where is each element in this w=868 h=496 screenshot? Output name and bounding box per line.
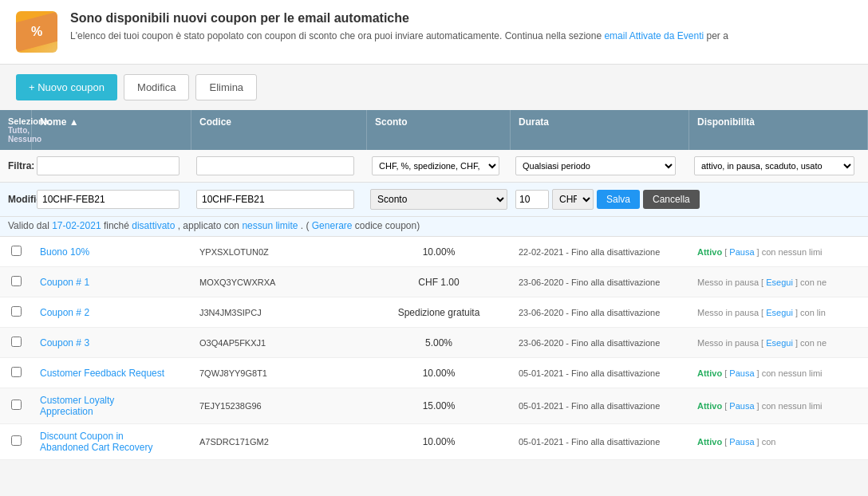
row-checkbox[interactable]: [11, 367, 22, 377]
edit-name-input[interactable]: [37, 190, 180, 209]
valid-link1[interactable]: disattivato: [132, 220, 175, 231]
row-disponibilita: Attivo [ Pausa ] con nessun limi: [689, 362, 868, 384]
row-checkbox[interactable]: [11, 400, 22, 410]
banner-link[interactable]: email Attivate da Eventi: [604, 30, 704, 41]
row-name: Discount Coupon inAbandoned Cart Recover…: [32, 424, 191, 459]
coupon-table: Seleziona: Tutto, Nessuno Nome ▲ Codice …: [0, 110, 868, 460]
row-code: J3N4JM3SIPCJ: [191, 301, 367, 324]
modifica-button[interactable]: Modifica: [124, 74, 189, 100]
row-name-link[interactable]: Coupon # 3: [40, 337, 89, 348]
edit-sconto-controls: Sconto: [367, 189, 511, 210]
row-disponibilita: Attivo [ Pausa ] con nessun limi: [689, 395, 868, 417]
table-header: Seleziona: Tutto, Nessuno Nome ▲ Codice …: [0, 110, 868, 150]
pausa-link[interactable]: Pausa: [729, 437, 754, 447]
valid-date-link[interactable]: 17-02-2021: [52, 220, 101, 231]
row-checkbox-cell: [0, 429, 32, 455]
table-row: Coupon # 3 O3Q4AP5FKXJ1 5.00% 23-06-2020…: [0, 328, 868, 358]
toolbar: + Nuovo coupon Modifica Elimina: [0, 65, 868, 110]
row-sconto: CHF 1.00: [367, 270, 511, 294]
row-disponibilita: Messo in pausa [ Esegui ] con lin: [689, 301, 868, 324]
row-name-link[interactable]: Customer LoyaltyAppreciation: [40, 395, 183, 417]
row-name-link[interactable]: Coupon # 2: [40, 307, 89, 318]
filter-disponibilita-select[interactable]: attivo, in pausa, scaduto, usato: [694, 156, 854, 175]
edit-label: Modifica:: [0, 191, 32, 208]
edit-cancel-button[interactable]: Cancella: [643, 190, 700, 209]
coupon-icon: %: [16, 11, 57, 53]
valid-link3[interactable]: Generare: [312, 220, 353, 231]
filter-name-input[interactable]: [37, 156, 180, 175]
row-sconto: 10.00%: [367, 240, 511, 264]
filter-label: Filtra:: [0, 157, 32, 175]
row-code: 7QWJ8YY9G8T1: [191, 362, 367, 384]
filter-durata-select[interactable]: Qualsiasi periodo: [515, 156, 676, 175]
edit-row: Modifica: Sconto CHF Salva Cancella: [0, 183, 868, 217]
edit-amount-input[interactable]: [515, 190, 549, 209]
pausa-link[interactable]: Pausa: [729, 401, 754, 411]
row-sconto: Spedizione gratuita: [367, 301, 511, 325]
filter-code-input[interactable]: [196, 156, 354, 175]
row-checkbox-cell: [0, 330, 32, 356]
row-checkbox-cell: [0, 393, 32, 419]
col-header-durata: Durata: [511, 110, 689, 150]
select-all-header: Seleziona: Tutto, Nessuno: [0, 110, 32, 150]
row-durata: 23-06-2020 - Fino alla disattivazione: [511, 271, 689, 293]
esegui-link[interactable]: Esegui: [766, 308, 793, 317]
valid-info-row: Valido dal 17-02-2021 finché disattivato…: [0, 217, 868, 237]
row-name: Customer LoyaltyAppreciation: [32, 388, 191, 423]
valid-link2[interactable]: nessun limite: [242, 220, 298, 231]
table-row: Coupon # 2 J3N4JM3SIPCJ Spedizione gratu…: [0, 297, 868, 328]
row-durata: 22-02-2021 - Fino alla disattivazione: [511, 241, 689, 263]
filter-sconto-select[interactable]: CHF, %, spedizione, CHF,: [372, 156, 499, 175]
row-disponibilita: Attivo [ Pausa ] con nessun limi: [689, 241, 868, 263]
col-header-disponibilita: Disponibilità: [689, 110, 868, 150]
banner-description: L'elenco dei tuoi coupon è stato popolat…: [70, 29, 728, 43]
row-name-link[interactable]: Coupon # 1: [40, 277, 89, 288]
row-durata: 05-01-2021 - Fino alla disattivazione: [511, 431, 689, 453]
col-header-codice: Codice: [191, 110, 367, 150]
table-row: Customer Feedback Request 7QWJ8YY9G8T1 1…: [0, 358, 868, 388]
table-row: Customer LoyaltyAppreciation 7EJY15238G9…: [0, 388, 868, 424]
valid-text: Valido dal: [8, 220, 49, 231]
pausa-link[interactable]: Pausa: [729, 247, 754, 257]
row-name: Coupon # 3: [32, 331, 191, 355]
row-name: Coupon # 2: [32, 301, 191, 325]
elimina-button[interactable]: Elimina: [195, 74, 257, 100]
row-name-link[interactable]: Buono 10%: [40, 246, 89, 258]
col-header-nome: Nome ▲: [32, 110, 191, 150]
row-checkbox[interactable]: [11, 435, 22, 446]
edit-sconto-select[interactable]: Sconto: [370, 189, 507, 210]
table-row: Discount Coupon inAbandoned Cart Recover…: [0, 424, 868, 460]
row-code: O3Q4AP5FKXJ1: [191, 332, 367, 354]
col-header-sconto: Sconto: [367, 110, 511, 150]
row-durata: 23-06-2020 - Fino alla disattivazione: [511, 301, 689, 324]
row-name-link[interactable]: Discount Coupon inAbandoned Cart Recover…: [40, 431, 183, 453]
row-checkbox[interactable]: [11, 306, 22, 317]
edit-currency-select[interactable]: CHF: [552, 189, 594, 210]
banner: % Sono disponibili nuovi coupon per le e…: [0, 0, 868, 65]
edit-save-button[interactable]: Salva: [597, 190, 640, 209]
row-checkbox[interactable]: [11, 276, 22, 286]
row-sconto: 15.00%: [367, 394, 511, 418]
edit-code-input[interactable]: [196, 190, 354, 209]
row-durata: 05-01-2021 - Fino alla disattivazione: [511, 395, 689, 417]
row-code: 7EJY15238G96: [191, 395, 367, 417]
filter-row: Filtra: CHF, %, spedizione, CHF, Qualsia…: [0, 150, 868, 183]
row-sconto: 5.00%: [367, 331, 511, 355]
row-name: Coupon # 1: [32, 270, 191, 294]
table-row: Buono 10% YPXSXLOTUN0Z 10.00% 22-02-2021…: [0, 237, 868, 267]
banner-title: Sono disponibili nuovi coupon per le ema…: [70, 11, 728, 26]
row-sconto: 10.00%: [367, 361, 511, 385]
esegui-link[interactable]: Esegui: [766, 338, 793, 348]
table-row: Coupon # 1 MOXQ3YCWXRXA CHF 1.00 23-06-2…: [0, 267, 868, 297]
pausa-link[interactable]: Pausa: [729, 368, 754, 378]
esegui-link[interactable]: Esegui: [766, 278, 793, 287]
row-checkbox-cell: [0, 239, 32, 265]
row-durata: 23-06-2020 - Fino alla disattivazione: [511, 332, 689, 354]
row-checkbox-cell: [0, 300, 32, 325]
row-name: Customer Feedback Request: [32, 361, 191, 385]
new-coupon-button[interactable]: + Nuovo coupon: [16, 74, 117, 100]
row-checkbox[interactable]: [11, 246, 22, 256]
row-name-link[interactable]: Customer Feedback Request: [40, 368, 164, 379]
row-checkbox[interactable]: [11, 337, 22, 347]
row-sconto: 10.00%: [367, 430, 511, 454]
